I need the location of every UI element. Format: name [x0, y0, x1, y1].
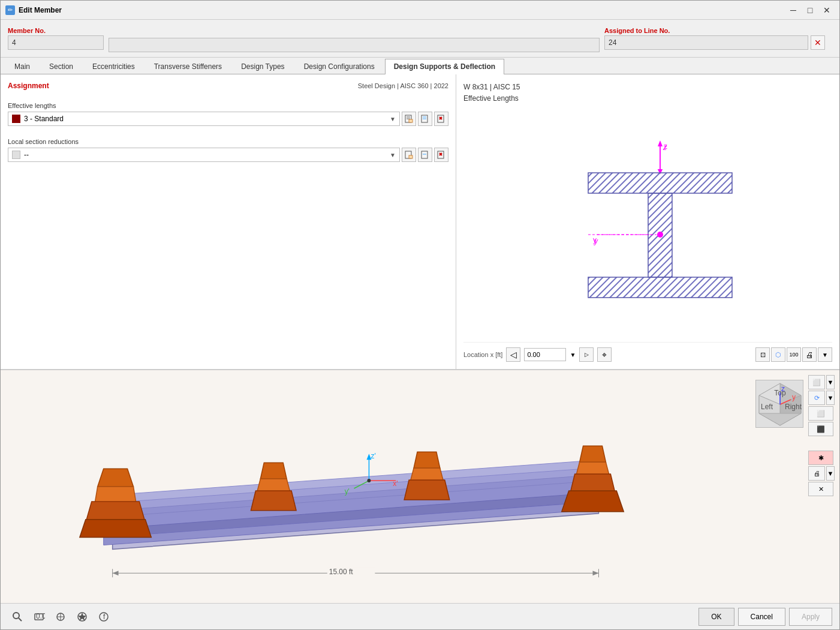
view3d-row2: ⟳ ▼: [808, 391, 835, 405]
tab-section[interactable]: Section: [40, 59, 82, 74]
right-panel: W 8x31 | AISC 15 Effective Lengths z: [456, 74, 839, 369]
tab-main[interactable]: Main: [5, 59, 39, 74]
assigned-label: Assigned to Line No.: [604, 27, 832, 34]
section-info: W 8x31 | AISC 15 Effective Lengths: [463, 82, 832, 104]
status-snap-button[interactable]: [51, 607, 70, 626]
local-section-row: Local section reductions -- ▼: [8, 138, 448, 162]
middle-spacer: [109, 25, 600, 52]
location-label: Location x [ft]: [463, 351, 502, 358]
status-icons: 0.00 f: [8, 607, 113, 626]
member-no-label: Member No.: [8, 27, 104, 34]
status-search-button[interactable]: [8, 607, 27, 626]
svg-text:0.00: 0.00: [36, 612, 45, 620]
location-input[interactable]: [524, 348, 566, 361]
status-bar: 0.00 f OK Cancel Apply: [1, 603, 839, 629]
effective-lengths-dropdown[interactable]: 3 - Standard ▼: [8, 112, 400, 126]
window-controls: ─ □ ✕: [785, 3, 835, 17]
minimize-button[interactable]: ─: [785, 3, 801, 17]
tab-design-types[interactable]: Design Types: [232, 59, 294, 74]
local-section-new-button[interactable]: [402, 148, 416, 162]
svg-marker-48: [414, 452, 440, 468]
svg-rect-11: [409, 155, 413, 158]
tab-eccentricities[interactable]: Eccentricities: [83, 59, 144, 74]
svg-marker-74: [759, 413, 801, 425]
svg-marker-44: [80, 520, 151, 538]
svg-marker-50: [404, 480, 450, 500]
section-view-fit-button[interactable]: ⊡: [755, 347, 770, 362]
section-print-button[interactable]: 🖨: [802, 347, 817, 362]
effective-lengths-delete-button[interactable]: [434, 112, 448, 126]
effective-lengths-value: 3 - Standard: [24, 115, 64, 123]
local-section-swatch: [12, 151, 20, 159]
effective-lengths-new-button[interactable]: [402, 112, 416, 126]
view3d-btn-2[interactable]: ⟳: [808, 391, 825, 405]
svg-text:z': z': [371, 452, 375, 460]
status-render-button[interactable]: [73, 607, 92, 626]
svg-point-31: [657, 232, 663, 238]
cancel-button[interactable]: Cancel: [738, 608, 785, 626]
dialog-title: Edit Member: [19, 6, 785, 14]
section-view-3d-button[interactable]: ⬡: [771, 347, 785, 362]
local-section-delete-button[interactable]: [434, 148, 448, 162]
location-target-button[interactable]: ⌖: [597, 347, 612, 362]
view3d-btn-1[interactable]: ⬜: [808, 375, 825, 389]
svg-marker-47: [251, 491, 296, 511]
view3d-btn-6[interactable]: ✕: [808, 482, 833, 496]
local-section-controls: -- ▼: [8, 148, 448, 162]
svg-rect-12: [421, 151, 427, 158]
title-bar: ✏ Edit Member ─ □ ✕: [1, 1, 839, 20]
navigation-cube[interactable]: Top Right Left y z: [755, 380, 803, 428]
effective-lengths-controls: 3 - Standard ▼: [8, 112, 448, 126]
tab-design-configurations[interactable]: Design Configurations: [295, 59, 384, 74]
location-view-buttons: ⊡ ⬡ 100 🖨 ▼: [755, 347, 832, 362]
svg-marker-67: [593, 571, 599, 575]
svg-marker-51: [580, 446, 606, 462]
view3d-row3: 🖨 ▼: [808, 466, 835, 481]
dimension-label: 15.00 ft: [329, 568, 353, 576]
section-subtitle: Effective Lengths: [463, 93, 832, 104]
status-info-button[interactable]: f: [94, 607, 113, 626]
assigned-line-input[interactable]: [604, 35, 808, 50]
assignment-title: Assignment: [8, 82, 49, 90]
chevron-down-icon: ▼: [390, 116, 396, 122]
view3d-print-button[interactable]: 🖨: [808, 466, 825, 481]
status-coordinates-button[interactable]: 0.00: [29, 607, 49, 626]
location-prev-button[interactable]: ◁: [506, 347, 520, 362]
view3d-row1: ⬜ ▼: [808, 375, 835, 389]
tab-transverse-stiffeners[interactable]: Transverse Stiffeners: [145, 59, 231, 74]
section-print-arrow-button[interactable]: ▼: [818, 347, 832, 362]
view3d-dropdown-2[interactable]: ▼: [826, 391, 835, 405]
svg-text:f: f: [103, 613, 106, 621]
section-diagram: z y: [552, 124, 744, 328]
local-section-dropdown[interactable]: -- ▼: [8, 148, 400, 162]
view3d-btn-3[interactable]: ⬜: [808, 406, 833, 421]
svg-text:Left: Left: [761, 403, 773, 411]
member-no-input[interactable]: [8, 35, 104, 50]
view3d-btn-4[interactable]: ⬛: [808, 422, 833, 436]
view3d-btn-5[interactable]: ✱: [808, 451, 833, 465]
apply-button[interactable]: Apply: [789, 608, 832, 626]
view3d-toolbar: ⬜ ▼ ⟳ ▼ ⬜ ⬛ ✱ 🖨 ▼ ✕: [808, 375, 835, 496]
member-no-group: Member No.: [8, 27, 104, 50]
svg-rect-23: [588, 173, 732, 193]
edit-member-dialog: ✏ Edit Member ─ □ ✕ Member No. Assigned …: [0, 0, 840, 630]
dialog-buttons: OK Cancel Apply: [699, 608, 832, 626]
view3d-dropdown-1[interactable]: ▼: [826, 375, 835, 389]
local-section-edit-button[interactable]: [418, 148, 432, 162]
effective-lengths-edit-button[interactable]: [418, 112, 432, 126]
location-dropdown-arrow: ▼: [570, 352, 576, 358]
location-next-button[interactable]: ▷: [579, 347, 594, 362]
top-fields: Member No. Assigned to Line No. ✕: [1, 20, 839, 58]
ok-button[interactable]: OK: [699, 608, 734, 626]
left-panel: Assignment Steel Design | AISC 360 | 202…: [1, 74, 456, 369]
maximize-button[interactable]: □: [802, 3, 818, 17]
assigned-line-clear-button[interactable]: ✕: [811, 35, 825, 50]
beam-3d-view: z' x' y' 15.00 ft: [1, 370, 839, 603]
view3d-print-dropdown[interactable]: ▼: [826, 466, 835, 481]
svg-text:y: y: [792, 393, 796, 401]
effective-lengths-swatch: [12, 115, 20, 123]
close-button[interactable]: ✕: [819, 3, 835, 17]
tab-design-supports-deflection[interactable]: Design Supports & Deflection: [385, 59, 504, 74]
bottom-3d-panel: z' x' y' 15.00 ft: [1, 369, 839, 603]
section-view-100-button[interactable]: 100: [787, 347, 801, 362]
